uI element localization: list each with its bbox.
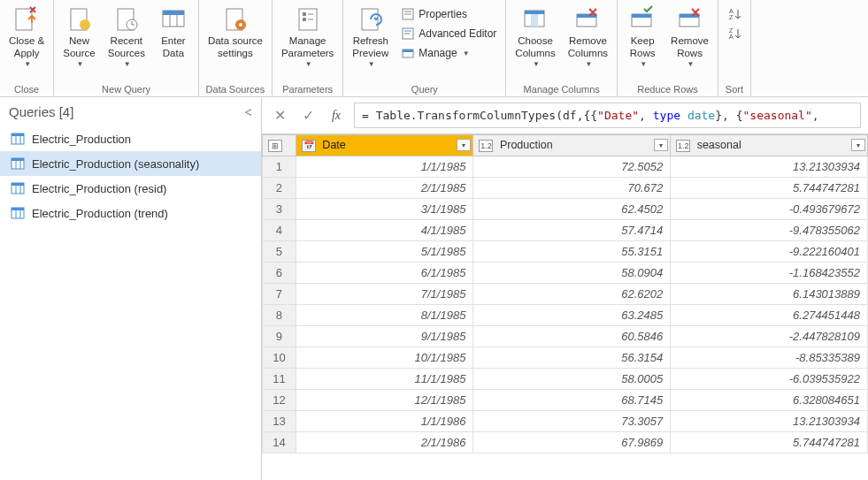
- cell-seasonal[interactable]: -6.039535922: [671, 368, 868, 389]
- sort-desc-button[interactable]: ZA: [724, 25, 745, 42]
- query-item[interactable]: Electric_Production: [0, 126, 261, 151]
- row-number[interactable]: 14: [263, 431, 296, 453]
- cell-seasonal[interactable]: -1.168423552: [671, 262, 868, 283]
- table-row[interactable]: 1111/1/198558.0005-6.039535922: [263, 368, 868, 389]
- properties-button[interactable]: Properties: [397, 5, 500, 23]
- advanced-editor-button[interactable]: Advanced Editor: [397, 25, 500, 42]
- cell-seasonal[interactable]: -9.478355062: [671, 219, 868, 240]
- cell-seasonal[interactable]: -8.85335389: [671, 347, 868, 368]
- query-item[interactable]: Electric_Production (resid): [0, 176, 261, 201]
- query-item[interactable]: Electric_Production (trend): [0, 201, 261, 225]
- remove-rows-button[interactable]: Remove Rows▼: [665, 2, 714, 70]
- keep-rows-button[interactable]: Keep Rows▼: [621, 2, 664, 70]
- cell-production[interactable]: 67.9869: [473, 431, 671, 453]
- column-header-production[interactable]: 1.2 Production: [473, 135, 671, 156]
- cell-date[interactable]: 2/1/1986: [296, 431, 473, 453]
- close-apply-button[interactable]: Close & Apply▼: [4, 2, 50, 70]
- row-number[interactable]: 4: [263, 219, 296, 240]
- cell-seasonal[interactable]: 13.21303934: [671, 410, 868, 431]
- query-item[interactable]: Electric_Production (seasonality): [0, 151, 261, 176]
- collapse-pane-icon[interactable]: <: [245, 105, 252, 119]
- table-row[interactable]: 88/1/198563.24856.274451448: [263, 304, 868, 325]
- table-row[interactable]: 22/1/198570.6725.744747281: [263, 177, 868, 198]
- row-number[interactable]: 13: [263, 410, 296, 431]
- table-row[interactable]: 11/1/198572.505213.21303934: [263, 156, 868, 177]
- cell-date[interactable]: 11/1/1985: [296, 368, 473, 389]
- cell-seasonal[interactable]: 6.143013889: [671, 283, 868, 304]
- row-number[interactable]: 11: [263, 368, 296, 389]
- cell-production[interactable]: 72.5052: [473, 156, 671, 177]
- column-filter-dropdown[interactable]: [851, 139, 865, 151]
- table-row[interactable]: 55/1/198555.3151-9.222160401: [263, 240, 868, 262]
- cell-production[interactable]: 56.3154: [473, 347, 671, 368]
- manage-parameters-button[interactable]: Manage Parameters▼: [276, 2, 339, 70]
- cell-production[interactable]: 62.4502: [473, 198, 671, 219]
- refresh-preview-button[interactable]: Refresh Preview▼: [347, 2, 394, 70]
- column-header-seasonal[interactable]: 1.2 seasonal: [671, 135, 868, 156]
- cell-date[interactable]: 12/1/1985: [296, 389, 473, 410]
- cell-date[interactable]: 5/1/1985: [296, 240, 473, 262]
- cell-date[interactable]: 2/1/1985: [296, 177, 473, 198]
- table-row[interactable]: 33/1/198562.4502-0.493679672: [263, 198, 868, 219]
- cell-date[interactable]: 9/1/1985: [296, 325, 473, 347]
- table-row[interactable]: 99/1/198560.5846-2.447828109: [263, 325, 868, 347]
- row-number[interactable]: 8: [263, 304, 296, 325]
- enter-data-button[interactable]: Enter Data: [152, 2, 195, 62]
- cell-date[interactable]: 6/1/1985: [296, 262, 473, 283]
- formula-input[interactable]: = Table.TransformColumnTypes(df,{{"Date"…: [354, 103, 861, 128]
- cell-seasonal[interactable]: -0.493679672: [671, 198, 868, 219]
- cell-date[interactable]: 4/1/1985: [296, 219, 473, 240]
- table-row[interactable]: 44/1/198557.4714-9.478355062: [263, 219, 868, 240]
- row-number[interactable]: 6: [263, 262, 296, 283]
- cell-date[interactable]: 1/1/1985: [296, 156, 473, 177]
- cell-seasonal[interactable]: 6.328084651: [671, 389, 868, 410]
- table-row[interactable]: 66/1/198558.0904-1.168423552: [263, 262, 868, 283]
- table-corner[interactable]: ⊞: [263, 135, 296, 156]
- cell-production[interactable]: 73.3057: [473, 410, 671, 431]
- apply-formula-button[interactable]: ✓: [297, 105, 319, 126]
- cell-seasonal[interactable]: -2.447828109: [671, 325, 868, 347]
- cell-production[interactable]: 57.4714: [473, 219, 671, 240]
- cell-production[interactable]: 58.0904: [473, 262, 671, 283]
- row-number[interactable]: 2: [263, 177, 296, 198]
- cell-seasonal[interactable]: 5.744747281: [671, 431, 868, 453]
- cell-seasonal[interactable]: 5.744747281: [671, 177, 868, 198]
- cell-date[interactable]: 3/1/1985: [296, 198, 473, 219]
- cell-date[interactable]: 8/1/1985: [296, 304, 473, 325]
- table-row[interactable]: 77/1/198562.62026.143013889: [263, 283, 868, 304]
- manage-query-button[interactable]: Manage▼: [397, 44, 500, 62]
- data-source-settings-button[interactable]: Data source settings: [203, 2, 268, 62]
- cell-date[interactable]: 7/1/1985: [296, 283, 473, 304]
- row-number[interactable]: 7: [263, 283, 296, 304]
- cell-production[interactable]: 62.6202: [473, 283, 671, 304]
- choose-columns-button[interactable]: Choose Columns▼: [510, 2, 560, 70]
- data-grid[interactable]: ⊞ 📅 Date 1.2 Production 1.2: [262, 134, 868, 480]
- recent-sources-button[interactable]: Recent Sources▼: [103, 2, 150, 70]
- cell-production[interactable]: 58.0005: [473, 368, 671, 389]
- table-row[interactable]: 142/1/198667.98695.744747281: [263, 431, 868, 453]
- cell-seasonal[interactable]: 6.274451448: [671, 304, 868, 325]
- table-row[interactable]: 1212/1/198568.71456.328084651: [263, 389, 868, 410]
- cell-production[interactable]: 55.3151: [473, 240, 671, 262]
- row-number[interactable]: 10: [263, 347, 296, 368]
- row-number[interactable]: 9: [263, 325, 296, 347]
- cell-date[interactable]: 10/1/1985: [296, 347, 473, 368]
- column-filter-dropdown[interactable]: [457, 139, 471, 151]
- row-number[interactable]: 5: [263, 240, 296, 262]
- table-row[interactable]: 131/1/198673.305713.21303934: [263, 410, 868, 431]
- row-number[interactable]: 12: [263, 389, 296, 410]
- cell-date[interactable]: 1/1/1986: [296, 410, 473, 431]
- cell-seasonal[interactable]: -9.222160401: [671, 240, 868, 262]
- cell-seasonal[interactable]: 13.21303934: [671, 156, 868, 177]
- column-filter-dropdown[interactable]: [654, 139, 668, 151]
- cell-production[interactable]: 63.2485: [473, 304, 671, 325]
- row-number[interactable]: 1: [263, 156, 296, 177]
- cell-production[interactable]: 68.7145: [473, 389, 671, 410]
- cell-production[interactable]: 70.672: [473, 177, 671, 198]
- row-number[interactable]: 3: [263, 198, 296, 219]
- cancel-formula-button[interactable]: ✕: [269, 105, 290, 126]
- fx-icon[interactable]: fx: [326, 105, 347, 126]
- remove-columns-button[interactable]: Remove Columns▼: [563, 2, 613, 70]
- cell-production[interactable]: 60.5846: [473, 325, 671, 347]
- sort-asc-button[interactable]: AZ: [724, 5, 745, 23]
